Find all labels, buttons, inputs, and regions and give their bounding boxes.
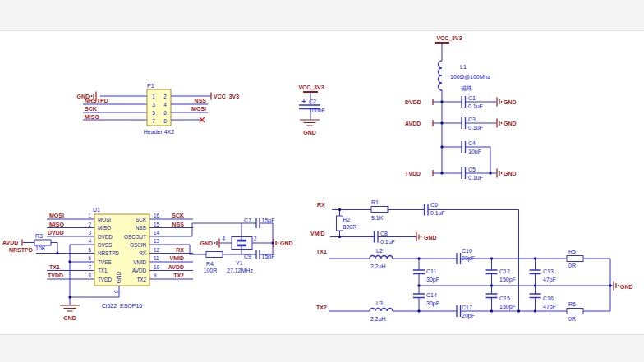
y1-ref: Y1 [236, 260, 243, 266]
r3-ref: R3 [35, 233, 43, 239]
u1-pin-name: MOSI [98, 217, 111, 222]
u1-pin-name: VMID [133, 259, 146, 265]
net-label-dvdd[interactable]: DVDD [48, 230, 64, 236]
c6-ref: C6 [430, 202, 438, 208]
c17-value: 20pF [462, 313, 475, 319]
c10-value: 20pF [462, 255, 475, 262]
u1-pin-num: 11 [154, 255, 159, 261]
gnd-label: GND [504, 121, 517, 126]
l2-value: 2.2uH [370, 263, 386, 269]
net-label-avdd[interactable]: AVDD [405, 121, 421, 126]
p1-pin-5: 5 [152, 110, 155, 116]
r4-ref: R4 [206, 261, 214, 267]
c5-ref: C5 [468, 167, 476, 172]
u1-pin-num: 7 [88, 264, 91, 270]
c7-value: 15pF [262, 218, 275, 224]
c9-value: 15pF [262, 254, 275, 260]
l3-ref: L3 [376, 300, 383, 306]
c8-value: 0.1uF [380, 239, 395, 245]
net-label-nrstpd[interactable]: NRSTPD [85, 98, 108, 103]
l1-note: 磁珠 [461, 85, 472, 91]
l3-value: 2.2uH [370, 316, 386, 322]
r2-value: 820R [343, 224, 357, 230]
p1-value: Header 4X2 [144, 129, 174, 135]
net-label-tx2[interactable]: TX2 [316, 305, 327, 310]
u1-pin-num: 9 [154, 273, 157, 278]
net-label-tx1[interactable]: TX1 [316, 249, 327, 254]
gnd-label: GND [200, 241, 213, 246]
c7-ref: C7 [244, 218, 251, 223]
c14-ref: C14 [426, 292, 437, 298]
u1-pin-name: DVSS [98, 242, 112, 248]
p1-pin-7: 7 [152, 118, 155, 124]
u1-pin-num: 6 [88, 255, 91, 261]
net-label-avdd[interactable]: AVDD [168, 264, 184, 270]
net-label-mosi[interactable]: MOSI [191, 106, 206, 112]
y1-pin-4: 4 [223, 236, 226, 241]
net-label-tvdd[interactable]: TVDD [405, 171, 421, 176]
l1-ref: L1 [460, 64, 467, 70]
net-label-nss[interactable]: NSS [172, 222, 185, 227]
net-label-sck[interactable]: SCK [172, 213, 184, 218]
net-label-vmid[interactable]: VMID [310, 231, 325, 236]
u1-value: Ci522_ESOP16 [102, 303, 143, 309]
y1-value: 27.12MHz [227, 268, 253, 273]
c14-value: 30pF [426, 300, 439, 307]
net-label-tx1[interactable]: TX1 [49, 264, 60, 270]
r5-ref: R5 [568, 249, 576, 254]
p1-ref: P1 [147, 83, 154, 89]
net-label-tvdd[interactable]: TVDD [48, 273, 63, 278]
gnd-label: GND [424, 235, 437, 241]
u1-pin-name: TX1 [98, 268, 108, 273]
c9-ref: C9 [244, 254, 251, 259]
u1-pin-num: 12 [154, 247, 160, 253]
schematic-canvas: P1 1 2 3 4 5 6 7 8 Header 4X2 GND VCC_3V… [0, 0, 644, 362]
u1-pin-num: 3 [88, 230, 91, 236]
gnd-label: GND [63, 315, 76, 321]
vcc-label: VCC_3V3 [214, 94, 239, 99]
c16-value: 47pF [543, 304, 556, 310]
c12-value: 150pF [499, 277, 516, 283]
net-label-dvdd[interactable]: DVDD [405, 99, 421, 105]
u1-pin-name: NSS [136, 225, 146, 231]
net-label-vmid[interactable]: VMID [170, 255, 185, 261]
u1-pin-num: 4 [88, 238, 91, 244]
c1-value: 0.1uF [468, 103, 483, 109]
u1-pin-name: DVDD [98, 234, 113, 240]
net-label-nss[interactable]: NSS [195, 98, 207, 103]
gnd-label: GND [303, 130, 316, 135]
r6-ref: R6 [568, 301, 576, 307]
net-label-tx2[interactable]: TX2 [173, 273, 184, 278]
net-label-miso[interactable]: MISO [49, 222, 64, 227]
net-label-miso[interactable]: MISO [85, 114, 99, 120]
c3-ref: C3 [468, 117, 476, 122]
c1-ref: C1 [468, 95, 476, 101]
net-label-sck[interactable]: SCK [85, 106, 97, 112]
l2-ref: L2 [376, 248, 383, 254]
net-label-mosi[interactable]: MOSI [49, 213, 64, 218]
net-label-rx[interactable]: RX [176, 247, 184, 253]
sheet-area [0, 30, 644, 335]
gnd-label: GND [504, 99, 517, 105]
c15-ref: C15 [499, 296, 510, 301]
u1-ref: U1 [93, 207, 100, 213]
r3-value: 10K [35, 245, 46, 251]
c15-value: 150pF [499, 304, 516, 310]
c4-value: 10uF [468, 149, 481, 154]
c17-ref: C17 [462, 305, 472, 310]
r6-value: 0R [568, 316, 576, 322]
schematic-sheet: P1 1 2 3 4 5 6 7 8 Header 4X2 GND VCC_3V… [0, 0, 644, 362]
gnd-label: GND [620, 284, 633, 290]
u1-pin-name: RX [139, 250, 147, 256]
c2-value: 100uF [309, 108, 325, 113]
u1-pin-num: 16 [154, 213, 160, 218]
p1-body[interactable] [147, 89, 171, 126]
u1-pin-num: 8 [88, 273, 91, 278]
gnd-label: GND [504, 171, 517, 176]
net-label-rx[interactable]: RX [317, 202, 325, 208]
vcc-port-p1[interactable]: VCC_3V3 [211, 93, 239, 100]
u1-pin-num: 14 [154, 230, 160, 236]
net-label-nrstpd[interactable]: NRSTPD [9, 247, 33, 253]
p1-pin-4: 4 [163, 102, 167, 108]
vcc-label: VCC_3V3 [298, 85, 324, 90]
